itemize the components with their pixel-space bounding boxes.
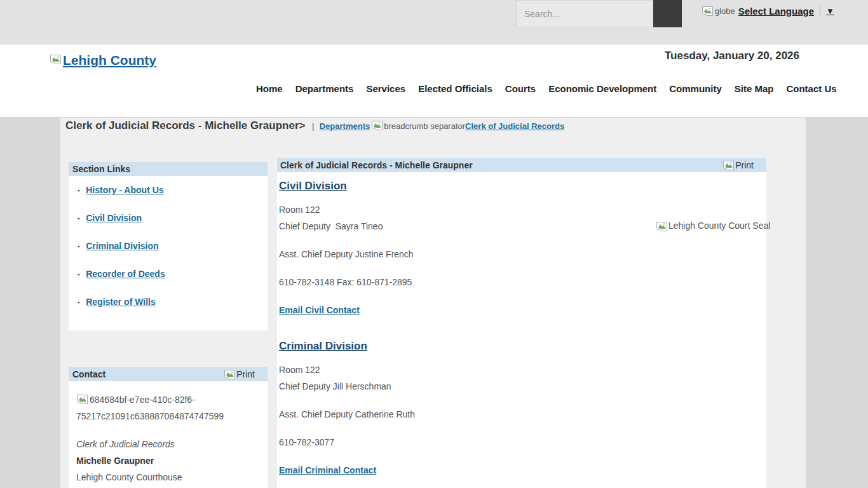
criminal-division-section: Criminal Division Room 122 Chief Deputy … [279,340,766,478]
list-item: ▪ History - About Us [78,185,268,195]
breadcrumb-separator: breadcrumb separator [370,121,465,131]
photo-broken-image-icon [76,394,88,405]
contact-body: 684684bf-e7ee-410c-82f6-75217c21091c6388… [69,381,268,485]
criminal-phone: 610-782-3077 [279,434,766,451]
contact-photo-broken-image: 684684bf-e7ee-410c-82f6-75217c21091c6388… [76,391,260,424]
main-content-title: Clerk of Judicial Records - Michelle Gra… [280,160,473,170]
site-logo-link[interactable]: Lehigh County [50,53,156,68]
contact-photo-alt-text: 684684bf-e7ee-410c-82f6-75217c21091c6388… [76,395,224,421]
list-item: ▪ Recorder of Deeds [78,269,268,279]
main-print-label: Print [735,160,754,170]
main-body: Lehigh County Court Seal Civil Division … [277,172,766,478]
content-panel: Clerk of Judicial Records - Michelle Gra… [60,118,806,488]
nav-item-services[interactable]: Services [366,83,405,94]
print-broken-image-icon [722,160,735,171]
nav-item-home[interactable]: Home [256,83,283,94]
section-links-list: ▪ History - About Us ▪ Civil Division ▪ … [69,176,268,307]
nav-item-site-map[interactable]: Site Map [735,83,774,94]
breadcrumb-separator-broken-image-icon [371,120,383,131]
court-seal-broken-image: Lehigh County Court Seal [656,220,770,232]
breadcrumb-separator-alt-text: breadcrumb separator [384,121,465,131]
main-print-link[interactable]: Print [722,160,754,171]
current-date: Tuesday, January 20, 2026 [665,50,799,62]
bullet-icon: ▪ [78,271,79,278]
top-utility-bar: globe Select Language ▼ [0,0,868,44]
criminal-chief-deputy: Chief Deputy Jill Herschman [279,378,766,395]
contact-name: Michelle Graupner [76,452,260,469]
civil-asst-chief-deputy: Asst. Chief Deputy Justine French [279,246,766,262]
sidebar-item-history-about-us[interactable]: History - About Us [86,185,163,195]
sidebar-item-civil-division[interactable]: Civil Division [86,213,142,223]
content-region: Clerk of Judicial Records - Michelle Gra… [0,118,868,488]
main-content: Clerk of Judicial Records - Michelle Gra… [277,158,766,488]
sidebar-item-criminal-division[interactable]: Criminal Division [86,241,158,251]
contact-box: Contact Print 684684bf-e7ee-410c-82f6-75… [69,367,268,488]
criminal-asst-chief-deputy: Asst. Chief Deputy Catherine Ruth [279,406,766,423]
select-language-link[interactable]: Select Language [738,6,814,17]
site-logo-text: Lehigh County [63,53,156,68]
contact-role: Clerk of Judicial Records [76,436,260,452]
court-seal-broken-image-icon [656,221,668,232]
sidebar-item-recorder-of-deeds[interactable]: Recorder of Deeds [86,269,165,279]
breadcrumb-departments-link[interactable]: Departments [320,121,370,131]
civil-division-heading-link[interactable]: Civil Division [279,180,347,193]
main-navigation: Home Departments Services Elected Offici… [256,83,837,94]
nav-item-contact-us[interactable]: Contact Us [786,83,836,94]
breadcrumb-pipe: | [312,121,314,131]
email-criminal-contact-link[interactable]: Email Criminal Contact [279,465,376,475]
print-broken-image-icon [224,369,236,380]
email-civil-contact-link[interactable]: Email Civil Contact [279,305,360,315]
sidebar-item-register-of-wills[interactable]: Register of Wills [86,297,156,307]
language-selector[interactable]: globe Select Language ▼ [702,6,834,17]
civil-room: Room 122 [279,201,766,218]
site-header: Lehigh County Tuesday, January 20, 2026 … [0,44,868,118]
section-links-title: Section Links [72,164,130,174]
search-input[interactable] [516,0,653,27]
bullet-icon: ▪ [78,187,79,194]
court-seal-alt-text: Lehigh County Court Seal [668,220,770,231]
list-item: ▪ Criminal Division [78,241,268,251]
contact-print-link[interactable]: Print [224,369,255,380]
bullet-icon: ▪ [78,243,79,250]
breadcrumb-current-link[interactable]: Clerk of Judicial Records [465,121,564,131]
nav-item-courts[interactable]: Courts [505,83,536,94]
contact-address: Lehigh County Courthouse [76,469,260,485]
bullet-icon: ▪ [78,215,79,222]
bullet-icon: ▪ [78,299,79,306]
logo-broken-image-icon [50,54,62,65]
list-item: ▪ Register of Wills [78,297,268,307]
globe-alt-text: globe [715,6,735,16]
main-content-header: Clerk of Judicial Records - Michelle Gra… [277,158,766,172]
search-button[interactable] [653,0,682,27]
contact-title: Contact [72,369,105,379]
page-title: Clerk of Judicial Records - Michelle Gra… [65,119,305,132]
nav-item-elected-officials[interactable]: Elected Officials [418,83,492,94]
criminal-room: Room 122 [279,362,766,378]
criminal-division-heading-link[interactable]: Criminal Division [279,340,367,353]
section-links-header: Section Links [69,162,268,176]
contact-header: Contact Print [69,367,268,381]
breadcrumb: Clerk of Judicial Records - Michelle Gra… [65,119,564,132]
section-links-box: Section Links ▪ History - About Us ▪ Civ… [69,162,268,330]
globe-broken-image-icon [702,6,714,17]
language-dropdown-arrow-icon[interactable]: ▼ [826,6,834,16]
civil-division-section: Civil Division Room 122 Chief Deputy Say… [279,180,766,318]
contact-print-label: Print [236,369,255,379]
nav-item-economic-development[interactable]: Economic Development [548,83,656,94]
language-divider [820,6,820,17]
nav-item-departments[interactable]: Departments [295,83,354,94]
list-item: ▪ Civil Division [78,213,268,223]
civil-phone: 610-782-3148 Fax: 610-871-2895 [279,274,766,290]
nav-item-community[interactable]: Community [669,83,722,94]
